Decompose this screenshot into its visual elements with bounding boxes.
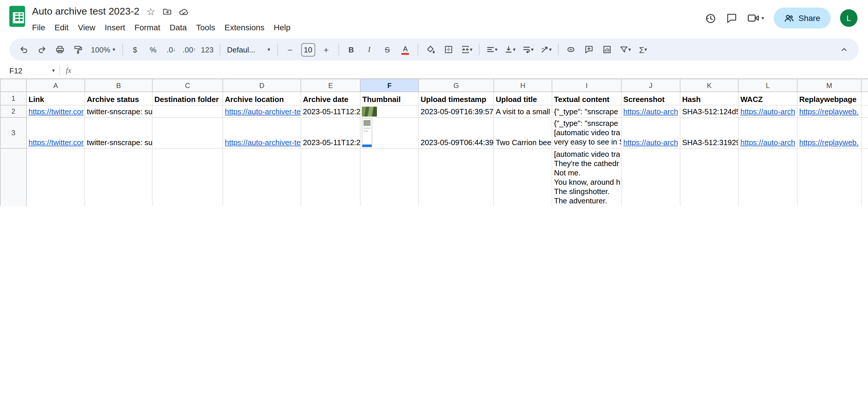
row-header-2[interactable]: 2 bbox=[0, 105, 27, 117]
doc-status-button[interactable] bbox=[179, 7, 188, 17]
insert-comment-button[interactable] bbox=[580, 42, 598, 57]
cell-g1[interactable]: Upload timestamp bbox=[418, 92, 494, 105]
thumbnail-row3[interactable] bbox=[362, 118, 372, 147]
decrease-font-size-button[interactable]: − bbox=[281, 42, 299, 57]
link-l3[interactable]: https://auto-arch bbox=[740, 138, 795, 147]
cell-k1[interactable]: Hash bbox=[680, 92, 738, 105]
cell-d3[interactable]: https://auto-archiver-te bbox=[223, 117, 301, 148]
menu-file[interactable]: File bbox=[27, 22, 50, 33]
vertical-align-button[interactable]: ▾ bbox=[501, 42, 519, 57]
insert-link-button[interactable] bbox=[562, 42, 580, 57]
column-header-c[interactable]: C bbox=[152, 79, 223, 92]
cell-b4[interactable]: yt-dlp: success bbox=[85, 148, 152, 206]
cell-d2[interactable]: https://auto-archiver-te bbox=[223, 105, 301, 117]
create-filter-button[interactable]: ▾ bbox=[616, 42, 634, 57]
text-color-button[interactable]: A bbox=[397, 42, 414, 57]
column-header-l[interactable]: L bbox=[738, 79, 797, 92]
cell-a2[interactable]: https://twitter.cor bbox=[27, 105, 85, 117]
menu-tools[interactable]: Tools bbox=[191, 22, 220, 33]
cell-l4[interactable]: https://auto-arch bbox=[738, 148, 797, 206]
cell-c2[interactable] bbox=[152, 105, 223, 117]
column-header-k[interactable]: K bbox=[680, 79, 738, 92]
cell-g2[interactable]: 2023-05-09T16:39:57 bbox=[418, 105, 494, 117]
cell-n3[interactable] bbox=[861, 117, 868, 148]
cell-h2[interactable]: A visit to a small bbox=[494, 105, 552, 117]
chevron-down-icon[interactable]: ▾ bbox=[762, 16, 764, 21]
cell-f2[interactable] bbox=[360, 105, 418, 117]
row-header-4[interactable]: 4 bbox=[0, 148, 27, 206]
menu-data[interactable]: Data bbox=[165, 22, 191, 33]
hide-toolbar-button[interactable] bbox=[835, 42, 853, 57]
cell-l3[interactable]: https://auto-arch bbox=[738, 117, 797, 148]
row-header-1[interactable]: 1 bbox=[0, 92, 27, 105]
column-header-h[interactable]: H bbox=[494, 79, 552, 92]
currency-button[interactable]: $ bbox=[126, 42, 144, 57]
column-header-j[interactable]: J bbox=[621, 79, 680, 92]
insert-chart-button[interactable] bbox=[598, 42, 616, 57]
cell-i2[interactable]: {"_type": "snscrape bbox=[552, 105, 621, 117]
cell-l2[interactable]: https://auto-arch bbox=[738, 105, 797, 117]
strikethrough-button[interactable]: S bbox=[379, 42, 396, 57]
column-header-a[interactable]: A bbox=[27, 79, 85, 92]
more-formats-button[interactable]: 123 bbox=[199, 42, 216, 57]
cell-n1[interactable] bbox=[861, 92, 868, 105]
formula-input[interactable] bbox=[79, 63, 868, 78]
column-header-d[interactable]: D bbox=[223, 79, 301, 92]
column-header-b[interactable]: B bbox=[85, 79, 152, 92]
cell-e1[interactable]: Archive date bbox=[301, 92, 360, 105]
cell-h1[interactable]: Upload title bbox=[494, 92, 552, 105]
menu-help[interactable]: Help bbox=[269, 22, 296, 33]
cell-b3[interactable]: twitter-snscrape: success bbox=[85, 117, 152, 148]
share-button[interactable]: Share bbox=[773, 7, 831, 29]
thumbnail-row2[interactable] bbox=[362, 107, 377, 117]
link-d3[interactable]: https://auto-archiver-te bbox=[225, 138, 301, 147]
column-header-n[interactable] bbox=[861, 79, 868, 92]
cell-k4[interactable]: SHA3-512:dc6fe bbox=[680, 148, 738, 206]
cell-f4[interactable] bbox=[360, 148, 418, 206]
text-wrap-button[interactable]: ▾ bbox=[519, 42, 536, 57]
cell-m4[interactable]: https://replayweb. bbox=[797, 148, 861, 206]
cell-f1[interactable]: Thumbnail bbox=[360, 92, 418, 105]
link-a2[interactable]: https://twitter.cor bbox=[29, 107, 84, 116]
cell-i3[interactable]: {"_type": "snscrape [automatic video tra… bbox=[552, 117, 621, 148]
cell-d1[interactable]: Archive location bbox=[223, 92, 301, 105]
link-m3[interactable]: https://replayweb. bbox=[799, 138, 859, 147]
zoom-select[interactable]: 100% ▾ bbox=[87, 42, 119, 57]
cell-m2[interactable]: https://replayweb. bbox=[797, 105, 861, 117]
cell-l1[interactable]: WACZ bbox=[738, 92, 797, 105]
fill-color-button[interactable] bbox=[422, 42, 439, 57]
cell-i1[interactable]: Textual content bbox=[552, 92, 621, 105]
undo-button[interactable] bbox=[15, 42, 33, 57]
cell-e3[interactable]: 2023-05-11T12:2 bbox=[301, 117, 360, 148]
text-rotation-button[interactable]: ▾ bbox=[537, 42, 555, 57]
cell-e4[interactable]: 2023-05-11T12:2 bbox=[301, 148, 360, 206]
cell-m3[interactable]: https://replayweb. bbox=[797, 117, 861, 148]
link-l2[interactable]: https://auto-arch bbox=[740, 107, 795, 116]
column-header-g[interactable]: G bbox=[418, 79, 494, 92]
column-header-i[interactable]: I bbox=[552, 79, 621, 92]
menu-extensions[interactable]: Extensions bbox=[220, 22, 269, 33]
cell-a1[interactable]: Link bbox=[27, 92, 85, 105]
cell-b2[interactable]: twitter-snscrape: success bbox=[85, 105, 152, 117]
font-select[interactable]: Defaul... ▾ bbox=[224, 42, 274, 57]
move-folder-button[interactable] bbox=[162, 7, 172, 16]
cell-m1[interactable]: Replaywebpage bbox=[797, 92, 861, 105]
paint-format-button[interactable] bbox=[69, 42, 87, 57]
italic-button[interactable]: I bbox=[361, 42, 378, 57]
decrease-decimal-button[interactable]: .0↓ bbox=[162, 42, 180, 57]
link-m2[interactable]: https://replayweb. bbox=[799, 107, 859, 116]
cell-c4[interactable] bbox=[152, 148, 223, 206]
select-all-corner[interactable] bbox=[0, 79, 27, 92]
cell-a3[interactable]: https://twitter.cor bbox=[27, 117, 85, 148]
cell-g3[interactable]: 2023-05-09T06:44:39 bbox=[418, 117, 494, 148]
column-header-f-selected[interactable]: F bbox=[360, 79, 418, 92]
cell-h4[interactable]: True Stories - Hi bbox=[494, 148, 552, 206]
cell-name-box[interactable]: F12 ▾ bbox=[9, 66, 59, 75]
cell-n2[interactable] bbox=[861, 105, 868, 117]
merge-cells-button[interactable]: ▾ bbox=[458, 42, 475, 57]
cell-g4[interactable] bbox=[418, 148, 494, 206]
cell-n4[interactable] bbox=[861, 148, 868, 206]
cell-e2[interactable]: 2023-05-11T12:2 bbox=[301, 105, 360, 117]
cell-h3[interactable]: Two Carrion bee bbox=[494, 117, 552, 148]
increase-decimal-button[interactable]: .00↑ bbox=[181, 42, 198, 57]
